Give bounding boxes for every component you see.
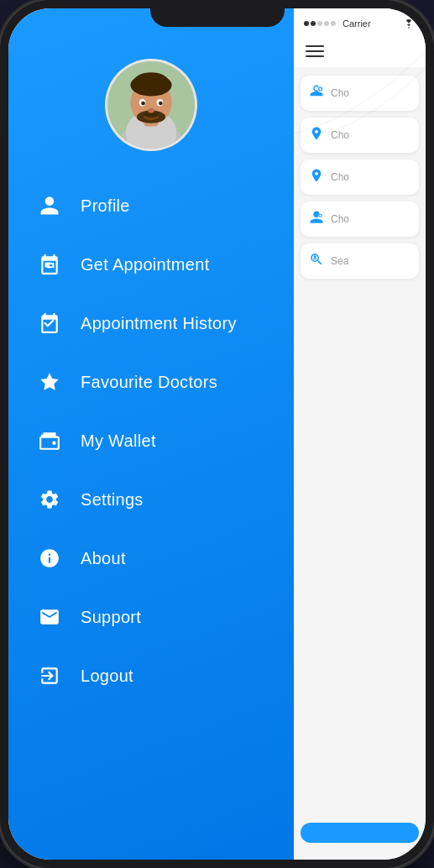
choose-row-2-text: Cho [331,129,349,141]
info-icon [34,542,65,574]
sidebar-item-my-wallet-label: My Wallet [81,431,156,451]
sidebar-item-settings-label: Settings [81,490,144,510]
sidebar-item-support-label: Support [81,608,141,627]
sidebar-item-profile[interactable]: Profile [25,176,294,235]
carrier-label: Carrier [342,18,371,29]
calendar-icon [34,248,65,280]
sidebar-item-appointment-history-label: Appointment History [81,314,237,333]
hamburger-line-2 [306,50,324,52]
choose-row-1-text: Cho [331,87,349,99]
calendar-check-icon [34,307,65,339]
envelope-icon [34,601,65,633]
sidebar-drawer: Profile Get Appointment [8,8,294,860]
sidebar-item-logout[interactable]: Logout [25,646,294,705]
sidebar-item-about[interactable]: About [25,529,294,588]
wifi-icon [402,18,416,29]
choose-row-4[interactable]: Cho [301,201,419,237]
svg-point-12 [148,108,154,113]
sidebar-item-profile-label: Profile [81,196,130,216]
right-panel: Carrier [294,8,426,860]
search-row-text: Sea [331,255,348,267]
svg-point-10 [141,102,145,106]
svg-point-23 [314,255,316,258]
sidebar-item-appointment-history[interactable]: Appointment History [25,294,294,353]
avatar [105,59,197,151]
status-bar: Carrier [294,8,426,39]
doctor-icon-2 [309,210,324,228]
sidebar-item-about-label: About [81,549,126,568]
svg-rect-15 [52,263,54,269]
hamburger-button[interactable] [306,45,324,57]
signal-dot-3 [317,21,322,26]
svg-point-16 [52,442,55,445]
sidebar-item-my-wallet[interactable]: My Wallet [25,411,294,470]
notch [150,0,285,27]
sidebar-item-settings[interactable]: Settings [25,470,294,529]
action-button[interactable] [301,823,419,843]
location-icon-1 [309,126,324,144]
svg-point-11 [159,102,163,106]
gear-icon [34,484,65,515]
person-icon [34,190,65,222]
sidebar-item-logout-label: Logout [81,667,133,686]
choose-row-3[interactable]: Cho [301,159,419,195]
status-bar-left: Carrier [304,18,371,29]
hamburger-line-3 [306,55,324,57]
signal-dot-2 [311,21,316,26]
choose-row-4-text: Cho [331,213,349,225]
search-person-icon [309,252,324,270]
doctor-icon-1 [309,84,324,102]
signal-dots [304,21,336,26]
signal-dot-5 [331,21,336,26]
star-icon [34,366,65,398]
avatar-container [8,59,294,151]
signal-dot-1 [304,21,309,26]
svg-rect-14 [47,263,53,264]
wallet-icon [34,425,65,457]
sidebar-item-support[interactable]: Support [25,588,294,646]
location-icon-2 [309,168,324,186]
sidebar-item-get-appointment[interactable]: Get Appointment [25,235,294,294]
sidebar-item-favourite-doctors-label: Favourite Doctors [81,373,217,392]
status-bar-right [402,18,416,29]
sidebar-item-favourite-doctors[interactable]: Favourite Doctors [25,353,294,411]
search-row[interactable]: Sea [301,243,419,279]
phone-screen: Profile Get Appointment [8,8,426,860]
svg-point-6 [133,72,169,92]
panel-content: Cho Cho Cho [294,67,426,860]
menu-list: Profile Get Appointment [8,176,294,705]
top-bar [294,39,426,67]
svg-rect-13 [47,266,53,268]
sidebar-item-get-appointment-label: Get Appointment [81,255,209,275]
choose-row-2[interactable]: Cho [301,118,419,153]
logout-icon [34,660,65,692]
choose-row-3-text: Cho [331,171,349,183]
hamburger-line-1 [306,45,324,47]
choose-row-1[interactable]: Cho [301,76,419,111]
signal-dot-4 [324,21,329,26]
phone-frame: Profile Get Appointment [0,0,434,868]
